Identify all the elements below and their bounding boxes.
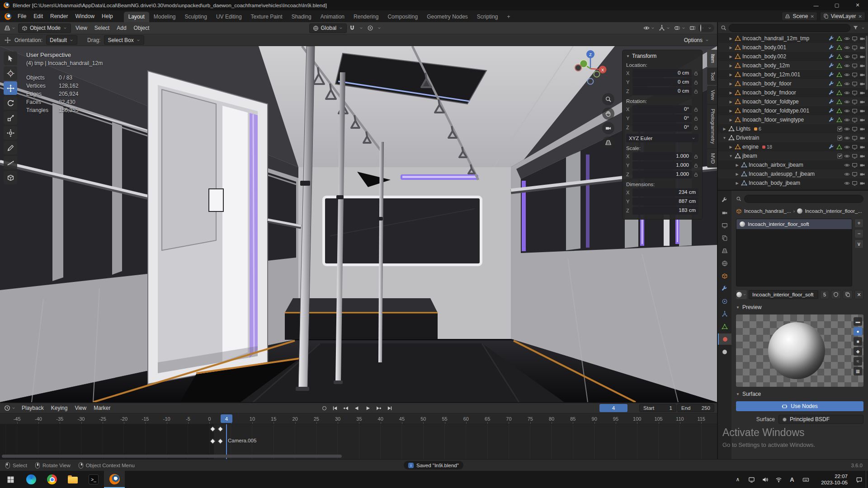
editor-type-button[interactable] [3,24,17,32]
outliner-row[interactable]: Incoach_fdoor_foldtype.001 [718,106,868,115]
keyframe-diamond[interactable] [217,438,223,444]
tray-volume-icon[interactable] [758,471,772,488]
mode-dropdown[interactable]: Object Mode [18,23,71,33]
mesh-data-icon[interactable] [836,108,842,114]
slot-add-button[interactable]: + [854,219,863,228]
filter-icon[interactable] [853,25,859,31]
properties-tab[interactable] [718,296,731,307]
outliner-row[interactable]: Incoach_body_12m.001 [718,70,868,79]
camera-view-button[interactable] [602,122,614,134]
dimension-field[interactable]: 887 cm [632,197,698,206]
render-disable-icon[interactable] [859,117,865,123]
outliner-row[interactable]: Incoach_fdoor_swingtype [718,115,868,124]
viewport-disable-icon[interactable] [852,117,858,123]
viewport-disable-icon[interactable] [852,108,858,114]
tool-button[interactable] [4,171,17,184]
expand-icon[interactable] [735,163,740,167]
expand-icon[interactable] [722,136,727,140]
workspace-tab[interactable]: Compositing [383,12,422,22]
axis-z-handle[interactable]: Z [589,52,592,57]
properties-search-input[interactable] [744,195,863,203]
play-reverse-button[interactable] [352,404,362,412]
axis-z-neg-handle[interactable] [588,79,594,84]
workspace-tab[interactable]: + [503,12,515,22]
viewport-disable-icon[interactable] [852,54,858,60]
properties-tab[interactable] [718,220,731,231]
mesh-data-icon[interactable] [836,90,842,96]
lock-icon[interactable] [693,116,698,121]
navigation-gizmo[interactable]: Z X [571,48,609,86]
modifier-icon[interactable] [829,117,835,123]
topbar-menu[interactable]: File [14,12,30,20]
mesh-data-icon[interactable] [836,81,842,87]
play-button[interactable] [363,404,373,412]
timeline-menu[interactable]: Keying [47,404,71,412]
timeline-editor-type-button[interactable] [3,404,17,412]
unlink-material-button[interactable]: ✕ [854,290,863,299]
workspace-tab[interactable]: Layout [124,12,149,22]
topbar-menu[interactable]: Help [98,12,117,20]
hide-eye-icon[interactable] [844,63,850,69]
viewport-menu[interactable]: Add [113,24,130,32]
new-material-button[interactable] [843,290,853,299]
current-frame-field[interactable]: 4 [599,404,627,412]
surface-section-header[interactable]: ▼Surface [736,389,863,399]
modifier-icon[interactable] [829,72,835,78]
mesh-data-icon[interactable] [836,144,842,150]
lock-icon[interactable] [693,163,698,168]
expand-icon[interactable] [728,118,733,122]
properties-tab[interactable] [718,207,731,218]
properties-tab[interactable] [718,194,731,206]
outliner-row[interactable]: Incoach_body_fdoor [718,79,868,88]
timeline-scrollbar[interactable] [2,455,342,458]
render-disable-icon[interactable] [859,108,865,114]
modifier-icon[interactable] [829,81,835,87]
save-notification[interactable]: i Saved "In9i.blend" [404,461,463,469]
viewport-disable-icon[interactable] [852,63,858,69]
workspace-tab[interactable]: Animation [316,12,349,22]
dimension-field[interactable]: 183 cm [632,206,698,215]
close-button[interactable]: ✕ [847,0,868,10]
topbar-menu[interactable]: Render [47,12,71,20]
hide-eye-icon[interactable] [844,180,850,186]
scale-field[interactable]: 1.000 [632,170,692,178]
mesh-data-icon[interactable] [836,72,842,78]
collection-checkbox[interactable] [837,136,842,141]
workspace-tab[interactable]: Sculpting [180,12,212,22]
modifier-icon[interactable] [829,108,835,114]
jump-end-button[interactable] [384,404,394,412]
render-disable-icon[interactable] [859,54,865,60]
hide-eye-icon[interactable] [844,54,850,60]
render-disable-icon[interactable] [859,72,865,78]
viewport-disable-icon[interactable] [852,126,858,132]
modifier-icon[interactable] [829,63,835,69]
render-disable-icon[interactable] [859,126,865,132]
outliner-row[interactable]: Incoach_body_fmdoor [718,88,868,97]
expand-icon[interactable] [728,100,733,104]
use-nodes-button[interactable]: Use Nodes [736,401,863,411]
outliner-row[interactable]: Drivetrain [718,133,868,142]
tool-button[interactable] [4,52,17,65]
jump-start-button[interactable] [330,404,340,412]
tool-button[interactable] [4,96,17,110]
tray-display-icon[interactable] [745,471,758,488]
prev-keyframe-button[interactable] [341,404,351,412]
viewport-disable-icon[interactable] [852,153,858,159]
hide-eye-icon[interactable] [844,153,850,159]
material-name-field[interactable]: Incoach_interior_floor_soft [749,290,818,299]
location-field[interactable]: 0 cm [632,87,692,95]
hide-eye-icon[interactable] [844,72,850,78]
preview-shape-button[interactable]: ■ [854,337,862,346]
frame-start-field[interactable]: Start1 [639,404,676,412]
sidebar-tab[interactable]: Item [707,50,717,67]
xray-toggle[interactable] [688,24,697,32]
outliner-row[interactable]: Incoach_body.002 [718,52,868,61]
viewport-menu[interactable]: Object [130,24,153,32]
material-users-button[interactable]: 5 [820,290,829,299]
lock-icon[interactable] [693,80,698,85]
viewlayer-unlink-icon[interactable]: ✕ [859,14,862,19]
blender-menu-icon[interactable] [5,13,11,20]
expand-icon[interactable] [728,82,733,86]
axis-x-handle[interactable]: X [601,68,604,72]
viewport-menu[interactable]: View [72,24,91,32]
